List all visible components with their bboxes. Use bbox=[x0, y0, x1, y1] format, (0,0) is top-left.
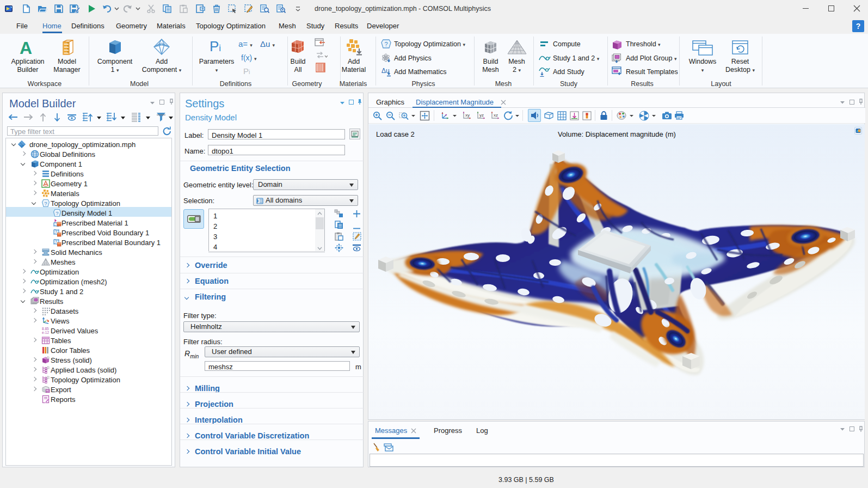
svg-text:xz: xz bbox=[494, 113, 498, 118]
svg-text:yz: yz bbox=[479, 113, 484, 118]
svg-text:?: ? bbox=[384, 41, 387, 47]
svg-text:xy: xy bbox=[465, 113, 470, 118]
